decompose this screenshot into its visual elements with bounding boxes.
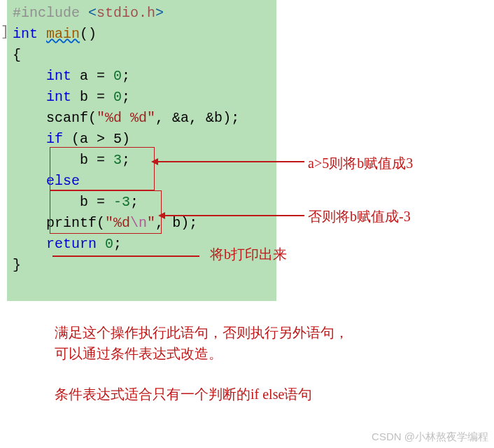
- annotation-else: 否则将b赋值成-3: [308, 207, 411, 226]
- watermark: CSDN @小林熬夜学编程: [372, 430, 488, 444]
- line-scanf: scanf("%d %d", &a, &b);: [13, 108, 276, 129]
- brace-open: {: [13, 45, 276, 66]
- line-decl-a: int a = 0;: [13, 66, 276, 87]
- highlight-box-else: [50, 190, 162, 234]
- explain-paragraph-2: 条件表达式适合只有一个判断的if else语句: [55, 384, 348, 405]
- angle-close: >: [155, 5, 164, 21]
- arrow-line-1: [157, 161, 304, 162]
- line-main: int main(): [13, 24, 276, 45]
- line-include: #include <stdio.h>: [13, 3, 276, 24]
- int-kw: int: [13, 26, 38, 42]
- include-directive: #include: [13, 5, 80, 21]
- explain-paragraph-1: 满足这个操作执行此语句，否则执行另外语句，可以通过条件表达式改造。: [55, 322, 348, 364]
- annotation-printf: 将b打印出来: [210, 245, 287, 264]
- annotation-if: a>5则将b赋值成3: [308, 154, 413, 173]
- main-func: main: [46, 26, 80, 42]
- arrow-head-2-icon: [158, 212, 165, 219]
- main-parens: (): [80, 26, 97, 42]
- arrow-head-1-icon: [151, 158, 158, 165]
- angle-open: <: [88, 5, 97, 21]
- collapse-bracket-icon: ]: [1, 24, 9, 40]
- highlight-box-if: [50, 147, 155, 190]
- line-decl-b: int b = 0;: [13, 87, 276, 108]
- header-name: stdio.h: [97, 5, 155, 21]
- underline-printf: [52, 255, 199, 257]
- arrow-line-2: [164, 215, 304, 216]
